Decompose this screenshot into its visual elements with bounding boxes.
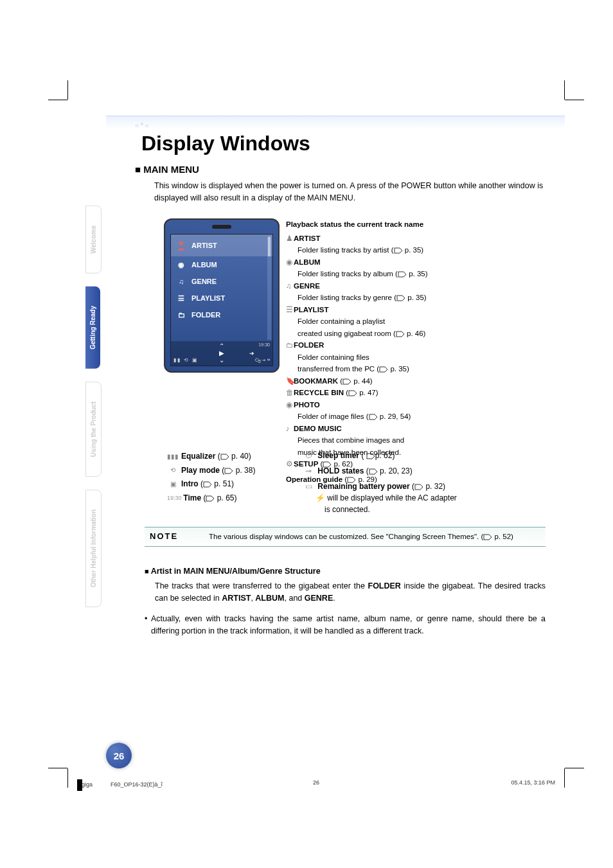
device-bottombar: 19:30 ⌃▶⌄ ➔ ▮▮ ⟲ ▣ ⏲ ⊸ ▭ xyxy=(171,341,272,366)
page-ref-icon xyxy=(366,450,375,461)
anno-bookmark: 🔖BOOKMARK ( p. 44) xyxy=(286,376,546,387)
artist-icon xyxy=(176,240,186,251)
anno-folder-desc1: Folder containing files xyxy=(286,353,546,363)
page-ref-icon xyxy=(483,533,492,540)
tab-using-product: Using the Product xyxy=(85,382,102,477)
anno-sleep: ⏲ Sleep timer ( p. 62) xyxy=(305,450,546,461)
annotations: Playback status the current track name ♟… xyxy=(286,220,546,486)
anno-playmode: ⟲Play mode ( p. 38) xyxy=(167,464,255,478)
anno-folder: 🗀FOLDER xyxy=(286,341,546,351)
anno-playback-status: Playback status the current track name xyxy=(286,220,546,230)
folder-icon: 🗀 xyxy=(286,341,294,351)
svg-point-0 xyxy=(179,242,183,245)
device-speaker xyxy=(212,225,231,229)
folder-icon: 🗀 xyxy=(176,310,186,320)
anno-equalizer: ▮▮▮Equalizer ( p. 40) xyxy=(167,450,255,464)
anno-folder-desc2: transferred from the PC ( p. 35) xyxy=(286,364,546,375)
anno-hold: ⊸ HOLD states ( p. 20, 23) xyxy=(305,465,546,477)
menu-label-album: ALBUM xyxy=(191,261,217,269)
intro-icon: ▣ xyxy=(167,479,179,490)
menu-label-playlist: PLAYLIST xyxy=(191,294,225,302)
bullet-dot: • xyxy=(145,613,151,637)
equalizer-icon: ▮▮▮ xyxy=(167,451,179,463)
bookmark-icon: 🔖 xyxy=(286,376,294,387)
anno-demo-desc1: Pieces that combine images and xyxy=(286,436,546,446)
playlist-icon: ☰ xyxy=(176,293,186,303)
page-ref-icon xyxy=(342,376,351,387)
footer-right: 05.4.15, 3:16 PM xyxy=(511,779,555,791)
anno-recycle: 🗑RECYCLE BIN ( p. 47) xyxy=(286,388,546,398)
note-box: NOTE The various display windows can be … xyxy=(145,527,546,547)
anno-battery: ▭ Remaining battery power ( p. 32) ⚡ wil… xyxy=(305,481,546,515)
genre-icon: ♫ xyxy=(176,276,186,287)
note-body: The various display windows can be custo… xyxy=(209,531,546,541)
anno-playlist: ☰PLAYLIST xyxy=(286,305,546,315)
tab-welcome: Welcome xyxy=(85,206,102,274)
intro-text: This window is displayed when the power … xyxy=(154,180,546,204)
page-ref-icon xyxy=(396,293,405,303)
anno-genre: ♫GENRE xyxy=(286,281,546,292)
page-ref-icon xyxy=(203,477,212,492)
menu-label-genre: GENRE xyxy=(191,278,217,285)
anno-playlist-desc1: Folder containing a playlist xyxy=(286,317,546,327)
page-ref-icon xyxy=(396,329,405,339)
page-ref-icon xyxy=(369,465,378,477)
anno-time: 19:30 Time ( p. 65) xyxy=(167,492,255,506)
page-ref-icon xyxy=(379,364,388,375)
section-heading: MAIN MENU xyxy=(135,164,199,175)
page-ref-icon xyxy=(398,269,407,279)
page-ref-icon xyxy=(414,481,423,492)
page-title: Display Windows xyxy=(141,132,310,155)
photo-icon: ◉ xyxy=(286,400,294,411)
hold-icon: ⊸ xyxy=(305,465,315,477)
album-icon: ◉ xyxy=(286,258,294,268)
recycle-icon: 🗑 xyxy=(286,388,294,398)
anno-artist: ♟ARTIST xyxy=(286,234,546,244)
page-number-badge: 26 xyxy=(106,743,132,768)
artist-icon: ♟ xyxy=(286,234,294,244)
time-sample: 19:30 xyxy=(167,493,179,503)
album-icon: ◉ xyxy=(176,260,186,270)
battery-icon: ▭ xyxy=(305,481,315,492)
status-icons-right: ⏲ ⊸ ▭ xyxy=(254,357,270,363)
note-label: NOTE xyxy=(145,531,209,541)
device-time: 19:30 xyxy=(258,342,270,347)
right-arrow-icon: ➔ xyxy=(249,350,254,357)
menu-item-album: ◉ALBUM xyxy=(171,256,272,273)
anno-genre-desc: Folder listing tracks by genre ( p. 35) xyxy=(286,293,546,303)
bullet-text: Actually, even with tracks having the sa… xyxy=(151,613,546,637)
anno-photo: ◉PHOTO xyxy=(286,400,546,411)
page-ref-icon xyxy=(348,388,357,398)
tab-getting-ready: Getting Ready xyxy=(85,287,100,369)
anno-photo-desc: Folder of image files ( p. 29, 54) xyxy=(286,412,546,422)
subsection-heading: Artist in MAIN MENU/Album/Genre Structur… xyxy=(145,565,546,578)
page-ref-icon xyxy=(224,464,233,478)
menu-item-folder: 🗀FOLDER xyxy=(171,306,272,323)
scrollbar-thumb xyxy=(268,237,271,256)
anno-album: ◉ALBUM xyxy=(286,258,546,268)
anno-playlist-desc2: created using gigabeat room ( p. 46) xyxy=(286,329,546,339)
side-tabs: Welcome Getting Ready Using the Product … xyxy=(85,206,103,620)
footer-center: 26 xyxy=(313,779,319,786)
status-icons-left: ▮▮ ⟲ ▣ xyxy=(173,357,199,363)
lower-left-annotations: ▮▮▮Equalizer ( p. 40) ⟲Play mode ( p. 38… xyxy=(167,450,255,505)
menu-item-playlist: ☰PLAYLIST xyxy=(171,290,272,306)
plug-icon: ⚡ xyxy=(315,493,325,502)
genre-icon: ♫ xyxy=(286,281,294,292)
tab-other-info: Other Helpful Information xyxy=(85,490,102,607)
footer-print-line: gigaF60_OP16-32(E)à_î 26 05.4.15, 3:16 P… xyxy=(77,779,555,791)
menu-label-folder: FOLDER xyxy=(191,311,220,319)
page-content: ○ ° ○ Welcome Getting Ready Using the Pr… xyxy=(67,90,565,768)
device-mockup: ARTIST 5 ◉ALBUM ♫GENRE ☰PLAYLIST 🗀FOLDER… xyxy=(164,218,280,373)
scrollbar xyxy=(267,236,271,340)
page-ref-icon xyxy=(206,492,215,506)
lower-right-annotations: ⏲ Sleep timer ( p. 62) ⊸ HOLD states ( p… xyxy=(305,450,546,519)
menu-item-artist: ARTIST 5 xyxy=(171,235,272,256)
subsection-paragraph: The tracks that were transferred to the … xyxy=(145,580,546,605)
device-screen: ARTIST 5 ◉ALBUM ♫GENRE ☰PLAYLIST 🗀FOLDER… xyxy=(170,234,273,366)
page-ref-icon xyxy=(369,412,378,422)
nav-arrows: ⌃▶⌄ xyxy=(219,342,224,364)
anno-demo: ♪DEMO MUSIC xyxy=(286,424,546,434)
footer-filename: gigaF60_OP16-32(E)à_î xyxy=(77,779,163,791)
subsection: Artist in MAIN MENU/Album/Genre Structur… xyxy=(145,565,546,637)
